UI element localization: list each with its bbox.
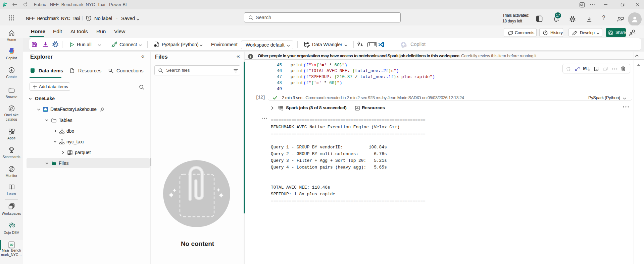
svg-text:?: ? xyxy=(88,17,89,20)
